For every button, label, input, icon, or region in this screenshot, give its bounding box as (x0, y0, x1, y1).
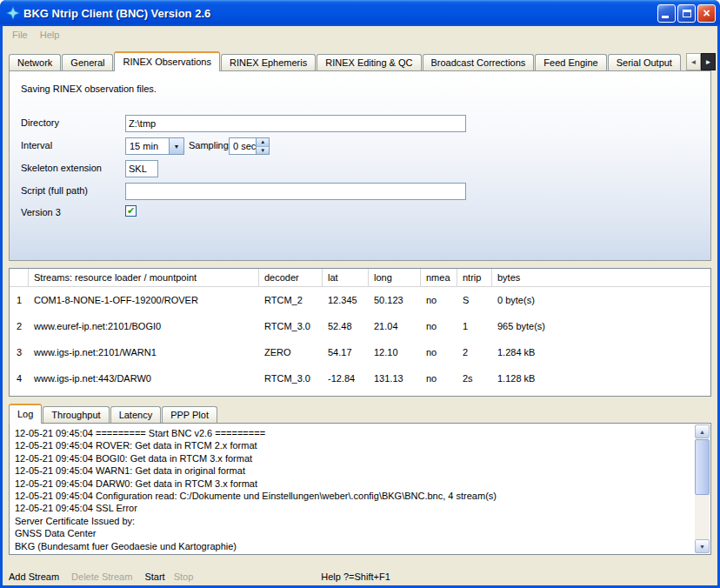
log-line: 12-05-21 09:45:04 ROVER: Get data in RTC… (15, 439, 693, 451)
log-line: GNSS Data Center (15, 527, 693, 539)
table-row[interactable]: 1 COM1-8-NONE-1-OFF-19200/ROVER RTCM_2 1… (10, 287, 710, 313)
log-line: 12-05-21 09:45:04 WARN1: Get data in ori… (15, 464, 693, 477)
minimize-button[interactable] (657, 4, 676, 23)
tab-scrollers: ◄ ► (686, 53, 716, 70)
close-icon: × (703, 6, 710, 20)
checkmark-icon: ✔ (127, 206, 135, 216)
tab-log[interactable]: Log (9, 404, 42, 424)
delete-stream-button[interactable]: Delete Stream (71, 571, 132, 582)
tab-serial-output[interactable]: Serial Output (608, 54, 681, 70)
scrollbar-thumb[interactable] (695, 439, 710, 495)
table-row[interactable]: 3 www.igs-ip.net:2101/WARN1 ZERO 54.17 1… (10, 339, 710, 365)
cell-long: 50.123 (369, 295, 421, 305)
cell-decoder: RTCM_3.0 (259, 373, 323, 384)
log-scrollbar[interactable]: ▲ ▼ (695, 424, 710, 553)
skeleton-extension-label: Skeleton extension (21, 163, 102, 173)
scroll-up-button[interactable]: ▲ (695, 424, 710, 438)
tab-ppp-plot[interactable]: PPP Plot (162, 406, 217, 423)
scroll-up-icon: ▲ (699, 429, 705, 435)
cell-decoder: RTCM_3.0 (259, 321, 323, 331)
tab-scroll-right-button[interactable]: ► (701, 53, 716, 70)
directory-label: Directory (21, 117, 59, 128)
header-mountpoint: Streams: resource loader / mountpoint (29, 269, 259, 286)
top-tabbar: Network General RINEX Observations RINEX… (9, 50, 716, 71)
tab-latency[interactable]: Latency (110, 406, 162, 423)
spin-down-button[interactable]: ▼ (257, 146, 269, 155)
window-controls: × (657, 4, 716, 23)
add-stream-button[interactable]: Add Stream (9, 571, 59, 582)
cell-ntrip: 2s (457, 373, 492, 384)
log-line: 12-05-21 09:45:04 DARW0: Get data in RTC… (15, 478, 693, 490)
cell-mountpoint: www.igs-ip.net:443/DARW0 (29, 373, 259, 384)
spin-up-button[interactable]: ▲ (257, 138, 269, 146)
stop-button[interactable]: Stop (174, 571, 194, 582)
directory-input[interactable] (125, 115, 466, 132)
tab-rinex-editing-qc[interactable]: RINEX Editing & QC (317, 54, 421, 70)
panel-description: Saving RINEX observation files. (21, 84, 157, 94)
log-lines: 12-05-21 09:45:04 ========= Start BNC v2… (15, 427, 693, 552)
cell-mountpoint: www.igs-ip.net:2101/WARN1 (29, 347, 259, 357)
tab-throughput[interactable]: Throughput (43, 406, 109, 423)
row-number: 4 (10, 373, 29, 384)
skeleton-extension-input[interactable] (125, 160, 158, 177)
header-nmea: nmea (421, 269, 457, 286)
cell-lat: 54.17 (323, 347, 369, 357)
table-row[interactable]: 2 www.euref-ip.net:2101/BOGI0 RTCM_3.0 5… (10, 313, 710, 339)
sampling-stepper[interactable]: 0 sec ▲ ▼ (229, 137, 270, 155)
chevron-down-icon[interactable]: ▼ (169, 138, 183, 154)
cell-decoder: RTCM_2 (259, 295, 323, 305)
start-button[interactable]: Start (144, 571, 164, 582)
cell-nmea: no (421, 373, 457, 384)
tab-network[interactable]: Network (9, 54, 61, 70)
log-line: 12-05-21 09:45:04 ========= Start BNC v2… (15, 427, 693, 439)
cell-ntrip: S (457, 295, 492, 305)
cell-nmea: no (421, 321, 457, 331)
script-input[interactable] (125, 183, 466, 200)
cell-mountpoint: COM1-8-NONE-1-OFF-19200/ROVER (29, 295, 259, 305)
log-line: BKG (Bundesamt fuer Geodaesie und Kartog… (15, 540, 693, 552)
menu-file[interactable]: File (6, 28, 34, 42)
bottom-tabbar: Log Throughput Latency PPP Plot (9, 403, 218, 424)
sampling-spin-buttons: ▲ ▼ (256, 138, 269, 154)
header-corner (10, 269, 29, 286)
close-button[interactable]: × (697, 4, 716, 23)
table-row[interactable]: 4 www.igs-ip.net:443/DARW0 RTCM_3.0 -12.… (10, 365, 710, 391)
tab-general[interactable]: General (62, 54, 113, 70)
sampling-value: 0 sec (230, 138, 256, 154)
log-line: Server Certificate Issued by: (15, 515, 693, 527)
row-number: 2 (10, 321, 29, 331)
log-panel: 12-05-21 09:45:04 ========= Start BNC v2… (9, 423, 711, 555)
cell-bytes: 965 byte(s) (492, 321, 710, 331)
scroll-down-icon: ▼ (699, 544, 705, 550)
maximize-button[interactable] (677, 4, 696, 23)
cell-decoder: ZERO (259, 347, 323, 357)
minimize-icon (662, 16, 669, 18)
rinex-observations-panel: Saving RINEX observation files. Director… (9, 70, 711, 261)
tab-broadcast-corrections[interactable]: Broadcast Corrections (423, 54, 535, 70)
header-lat: lat (323, 269, 369, 286)
cell-long: 131.13 (369, 373, 421, 384)
row-number: 1 (10, 295, 29, 305)
footer-bar: Add Stream Delete Stream Start Stop Help… (9, 569, 390, 585)
log-line: 12-05-21 09:45:04 BOGI0: Get data in RTC… (15, 452, 693, 464)
scroll-down-button[interactable]: ▼ (695, 539, 710, 553)
row-number: 3 (10, 347, 29, 357)
version3-label: Version 3 (21, 207, 61, 217)
cell-bytes: 0 byte(s) (492, 295, 710, 305)
log-line: 12-05-21 09:45:04 SSL Error (15, 502, 693, 514)
sampling-label: Sampling (189, 140, 229, 150)
interval-select[interactable]: 15 min ▼ (125, 137, 184, 155)
version3-checkbox[interactable]: ✔ (125, 205, 137, 217)
tab-rinex-observations[interactable]: RINEX Observations (114, 51, 219, 71)
header-bytes: bytes (492, 269, 710, 286)
app-icon (6, 6, 20, 20)
menu-help[interactable]: Help (34, 28, 66, 42)
streams-table-header: Streams: resource loader / mountpoint de… (10, 269, 710, 287)
maximize-icon (683, 10, 691, 17)
menubar: File Help (3, 26, 717, 43)
tab-scroll-left-button[interactable]: ◄ (686, 53, 701, 70)
cell-nmea: no (421, 347, 457, 357)
tab-rinex-ephemeris[interactable]: RINEX Ephemeris (221, 54, 316, 70)
tab-feed-engine[interactable]: Feed Engine (535, 54, 606, 70)
cell-nmea: no (421, 295, 457, 305)
